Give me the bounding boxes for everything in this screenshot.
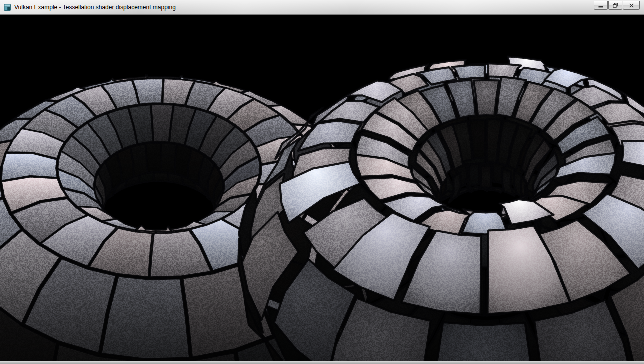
app-icon: [4, 4, 12, 12]
window-title: Vulkan Example - Tessellation shader dis…: [14, 4, 176, 11]
close-icon: [630, 4, 634, 8]
minimize-icon: [598, 4, 604, 8]
close-button[interactable]: [623, 1, 640, 10]
minimize-button[interactable]: [594, 1, 608, 10]
titlebar[interactable]: Vulkan Example - Tessellation shader dis…: [0, 0, 644, 15]
render-viewport[interactable]: [0, 15, 644, 361]
app-window: Vulkan Example - Tessellation shader dis…: [0, 0, 644, 364]
window-controls: [594, 1, 640, 10]
restore-icon: [613, 3, 618, 8]
restore-button[interactable]: [608, 1, 622, 10]
window-bottom-frame: [0, 361, 644, 364]
render-area: [0, 15, 644, 361]
